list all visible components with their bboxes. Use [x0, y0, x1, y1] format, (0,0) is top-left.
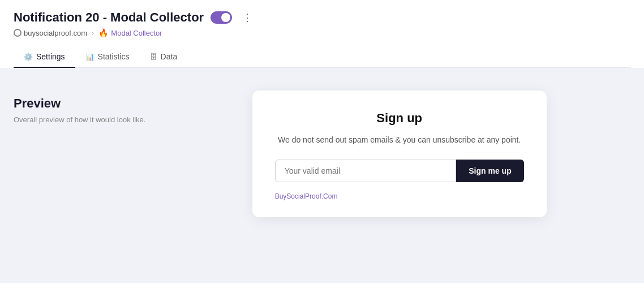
modal-footer-link[interactable]: BuySocialProof.Com — [275, 192, 524, 200]
modal-card: Sign up We do not send out spam emails &… — [252, 91, 547, 217]
toggle-wrap[interactable] — [211, 11, 232, 24]
title-row: Notification 20 - Modal Collector ⋮ — [14, 10, 630, 25]
settings-icon: ⚙️ — [24, 53, 33, 61]
page-header: Notification 20 - Modal Collector ⋮ buys… — [0, 0, 644, 68]
site-name: buysocialproof.com — [24, 29, 87, 37]
toggle-switch[interactable] — [211, 11, 232, 24]
page-title: Notification 20 - Modal Collector — [14, 10, 204, 25]
flame-icon: 🔥 — [98, 28, 108, 37]
preview-section: Preview Overall preview of how it would … — [14, 91, 145, 283]
modal-description: We do not send out spam emails & you can… — [275, 134, 524, 146]
breadcrumb-separator: › — [92, 29, 94, 37]
tab-statistics[interactable]: 📊 Statistics — [75, 46, 140, 68]
tab-data[interactable]: 🗄 Data — [140, 46, 188, 68]
modal-card-area: Sign up We do not send out spam emails &… — [168, 91, 630, 283]
toggle-thumb — [221, 13, 230, 22]
preview-subtitle: Overall preview of how it would look lik… — [14, 115, 145, 124]
tab-data-label: Data — [161, 52, 178, 61]
preview-title: Preview — [14, 96, 145, 111]
tab-bar: ⚙️ Settings 📊 Statistics 🗄 Data — [14, 46, 630, 68]
email-input[interactable] — [275, 160, 457, 182]
submit-button[interactable]: Sign me up — [456, 160, 523, 182]
breadcrumb-site: buysocialproof.com — [14, 29, 87, 37]
tab-settings[interactable]: ⚙️ Settings — [14, 46, 75, 68]
site-icon — [14, 29, 22, 37]
modal-title: Sign up — [275, 111, 524, 126]
breadcrumb: buysocialproof.com › 🔥 Modal Collector — [14, 28, 630, 37]
main-content: Preview Overall preview of how it would … — [0, 68, 644, 283]
tab-statistics-label: Statistics — [98, 52, 130, 61]
data-icon: 🗄 — [150, 53, 157, 61]
breadcrumb-notification: 🔥 Modal Collector — [98, 28, 162, 37]
statistics-icon: 📊 — [85, 53, 95, 61]
notification-name: Modal Collector — [111, 29, 162, 37]
tab-settings-label: Settings — [36, 52, 65, 61]
more-options-button[interactable]: ⋮ — [239, 10, 257, 25]
modal-form-row: Sign me up — [275, 160, 524, 182]
